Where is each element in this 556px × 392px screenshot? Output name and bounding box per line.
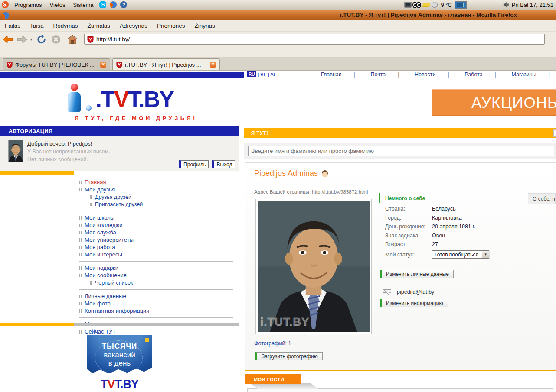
speaker-icon[interactable]	[503, 2, 509, 8]
panel-menu-item[interactable]: Sistema	[69, 1, 97, 9]
profile-field-row: Страна: Беларусь	[385, 206, 528, 215]
profile-card: Pipedijos Adminas Адрес Вашей страницы: …	[245, 162, 556, 371]
panel-menu-item[interactable]: Vietos	[46, 1, 69, 9]
user-avatar[interactable]	[8, 140, 23, 162]
profile-photo[interactable]: i.TUT.BY	[255, 199, 372, 334]
field-value: Карпиловка	[432, 215, 462, 224]
field-label: День рождения:	[385, 224, 432, 233]
reload-button[interactable]	[35, 33, 48, 45]
sidebar-item[interactable]: Мои колледжи	[79, 222, 239, 229]
workspace-switcher[interactable]	[455, 1, 467, 9]
upload-photo-button[interactable]: Загрузить фотографию	[255, 352, 323, 360]
sidebar-item[interactable]: Черный список	[79, 279, 239, 287]
profile-fields: Страна: Беларусь Город: Карпиловка День …	[385, 206, 528, 250]
edit-personal-data-button[interactable]: Изменить личные данные	[380, 270, 454, 278]
lang-others[interactable]: | BE | AL	[258, 72, 276, 77]
top-nav-link[interactable]: Новости	[415, 71, 449, 78]
sidebar-item[interactable]: Пригласить друзей	[79, 201, 239, 208]
moon-icon	[432, 2, 438, 8]
sidebar-item[interactable]: Контактная информация	[79, 308, 239, 315]
home-button[interactable]	[66, 33, 79, 45]
url-input[interactable]	[96, 36, 542, 42]
people-search-area	[244, 143, 556, 159]
field-label: Город:	[385, 215, 432, 224]
monitor-tray-icon[interactable]	[404, 2, 412, 8]
status-select[interactable]: Готов пообщаться ▼	[432, 250, 489, 259]
lang-ru[interactable]: RU	[247, 71, 256, 77]
field-value: Овен	[432, 233, 445, 242]
tab-close-icon[interactable]: ✕	[100, 62, 106, 68]
tab-favicon	[116, 62, 122, 68]
site-top-nav: Главная Почта Новости Работа Магазины	[321, 71, 556, 78]
orange-strip	[0, 171, 74, 175]
sidebar-item[interactable]: Главная	[79, 179, 239, 186]
back-button[interactable]	[1, 33, 14, 45]
tab-close-icon[interactable]: ✕	[210, 62, 216, 68]
tab-about-me[interactable]: Немного о себе	[379, 193, 425, 203]
history-dropdown-icon[interactable]: ▾	[29, 34, 34, 45]
top-nav-link[interactable]: Главная	[321, 71, 355, 78]
sidebar-item[interactable]: Мои школы	[79, 211, 233, 222]
panel-menus: Programos Vietos Sistema	[10, 1, 97, 9]
url-bar[interactable]	[84, 34, 545, 45]
sidebar-item[interactable]: Моя работа	[79, 244, 239, 251]
site-logo[interactable]: .TVT.BY Я ТУТ, ГДЕ МОИ ДРУЗЬЯ!	[66, 84, 173, 112]
window-titlebar[interactable]: i.TUT.BY - Я тут! | Pipedijos Adminas - …	[0, 10, 556, 20]
sidebar-item[interactable]: Моя служба	[79, 229, 239, 236]
auction-banner[interactable]: АУКЦИОНЫ	[432, 89, 556, 116]
sidebar-item[interactable]: Мои друзья	[79, 186, 239, 194]
menubar-item[interactable]: Adresynas	[115, 21, 152, 30]
tab-forums[interactable]: Форумы TUT.BY | ЧЕЛОВЕК ... ✕	[3, 58, 110, 70]
weather-icon[interactable]	[422, 3, 431, 7]
skype-icon[interactable]: S	[99, 1, 106, 8]
jobs-ad-banner[interactable]: ТЫСЯЧИ вакансий в день TVT.BY	[87, 335, 152, 392]
clock[interactable]: Pn Bal 17, 21:51	[511, 2, 553, 8]
auth-header: АВТОРИЗАЦИЯ	[0, 126, 239, 136]
tab-favicon	[7, 62, 13, 68]
temperature-label: 9 °C	[439, 2, 453, 8]
select-dropdown-icon[interactable]: ▼	[482, 251, 489, 258]
stop-button[interactable]	[49, 33, 62, 45]
field-value: 27	[432, 241, 438, 250]
logout-button[interactable]: Выход	[212, 160, 235, 168]
menubar-item[interactable]: Taisa	[25, 21, 49, 30]
help-icon[interactable]: ?	[120, 1, 127, 8]
firefox-launcher-icon[interactable]	[110, 1, 117, 8]
sidebar-item[interactable]: Друзья друзей	[79, 194, 239, 201]
top-nav-link[interactable]: Работа	[464, 71, 496, 78]
top-nav-link[interactable]: Магазины	[512, 71, 550, 78]
menubar-item[interactable]: Žurnalas	[83, 21, 115, 30]
sidebar-item[interactable]: Мои фото	[79, 300, 239, 308]
email-address[interactable]: pipedija@tut.by	[397, 289, 434, 295]
field-label: Страна:	[385, 206, 432, 215]
sidebar-item[interactable]: Личные данные	[79, 289, 233, 300]
forward-button[interactable]	[16, 33, 29, 45]
sidebar-item[interactable]: Мои университеты	[79, 236, 239, 244]
search-button-sliver[interactable]	[553, 129, 556, 137]
ubuntu-logo-icon[interactable]	[2, 1, 9, 8]
tab-about-news[interactable]: О себе, н	[528, 193, 556, 204]
sidebar-item[interactable]: Мои интересы	[79, 251, 239, 259]
edit-info-button[interactable]: Изменить информацию	[380, 299, 448, 307]
sidebar-item[interactable]: Мои подарки	[79, 261, 233, 272]
search-input[interactable]	[248, 146, 554, 156]
tab-label: i.TUT.BY - Я тут! | Pipedijos ...	[125, 62, 207, 68]
sidebar-item[interactable]: Мои сообщения	[79, 272, 239, 279]
ad-line3: в день	[87, 359, 152, 368]
page-address-url[interactable]: http://i.tut.by/985872.html	[312, 189, 368, 194]
photos-count[interactable]: Фотографий: 1	[254, 340, 291, 347]
top-nav-link[interactable]: Почта	[370, 71, 399, 78]
auth-no-messages: Нет личных сообщений.	[27, 156, 88, 162]
menubar-item[interactable]: Rodymas	[49, 21, 83, 30]
menubar-item[interactable]: Failas	[0, 21, 25, 30]
panel-menu-item[interactable]: Programos	[10, 1, 46, 9]
profile-button[interactable]: Профиль	[179, 160, 209, 168]
field-label: Возраст:	[385, 241, 432, 250]
auth-box: Добрый вечер, Pipedijos! У Вас нет непро…	[0, 136, 239, 171]
xeyes-icon	[413, 2, 421, 8]
logo-person-icon	[66, 84, 84, 112]
menubar-item[interactable]: Žinynas	[190, 21, 219, 30]
menubar-item[interactable]: Priemonės	[152, 21, 190, 30]
tab-itutby-active[interactable]: i.TUT.BY - Я тут! | Pipedijos ... ✕	[112, 58, 220, 70]
gender-male-icon	[322, 170, 328, 177]
